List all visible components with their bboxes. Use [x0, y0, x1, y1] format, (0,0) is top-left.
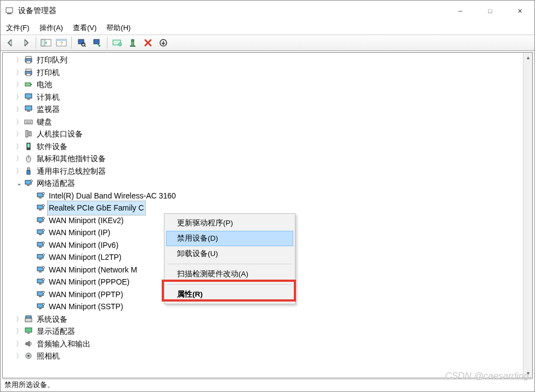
svg-rect-33: [27, 144, 30, 147]
svg-point-46: [42, 204, 44, 207]
app-icon: [5, 7, 14, 15]
expand-icon[interactable]: 〉: [15, 165, 24, 178]
tree-node-label: 软件设备: [36, 140, 69, 154]
menubar: 文件(F) 操作(A) 查看(V) 帮助(H): [1, 21, 534, 35]
context-menu-item[interactable]: 禁用设备(D): [166, 231, 293, 246]
network-icon: [36, 228, 45, 237]
expand-icon[interactable]: 〉: [15, 338, 24, 350]
svg-point-64: [42, 279, 44, 281]
expand-icon[interactable]: 〉: [15, 140, 24, 153]
uninstall-device-button[interactable]: [141, 36, 155, 49]
context-menu-item[interactable]: 属性(R): [166, 287, 293, 302]
tree-node[interactable]: 〉监视器: [3, 103, 523, 116]
tree-node[interactable]: 〉键盘: [3, 116, 523, 128]
context-menu-item[interactable]: 扫描检测硬件改动(A): [166, 266, 293, 282]
tree-node[interactable]: 〉软件设备: [3, 140, 523, 153]
nav-forward-button[interactable]: [19, 36, 33, 49]
tree-node-label: 人机接口设备: [36, 127, 84, 141]
menu-action[interactable]: 操作(A): [39, 23, 63, 33]
svg-rect-39: [27, 185, 30, 186]
tree-node[interactable]: 〉通用串行总线控制器: [3, 165, 523, 178]
close-button[interactable]: ✕: [505, 1, 534, 21]
audio-icon: [24, 339, 33, 349]
tree-node[interactable]: 〉鼠标和其他指针设备: [3, 152, 523, 165]
tree-node-label: Intel(R) Dual Band Wireless-AC 3160: [48, 189, 177, 203]
software-icon: [24, 141, 33, 151]
svg-rect-21: [25, 83, 31, 86]
vertical-scrollbar[interactable]: ▴ ▾: [523, 53, 532, 378]
nav-back-button[interactable]: [3, 36, 18, 49]
expand-icon[interactable]: 〉: [15, 152, 24, 165]
tree-node[interactable]: 〉打印机: [3, 66, 523, 79]
help-button[interactable]: ?: [54, 36, 69, 49]
maximize-button[interactable]: □: [475, 1, 505, 21]
minimize-button[interactable]: ─: [446, 1, 475, 21]
collapse-icon[interactable]: ⌄: [15, 177, 24, 190]
scroll-down-icon[interactable]: ▾: [524, 368, 532, 378]
update-driver-button[interactable]: [110, 36, 124, 49]
expand-icon[interactable]: 〉: [15, 66, 24, 79]
keyboard-icon: [24, 117, 33, 127]
context-menu[interactable]: 更新驱动程序(P)禁用设备(D)卸载设备(U)扫描检测硬件改动(A)属性(R): [164, 213, 295, 304]
expand-icon[interactable]: 〉: [15, 91, 24, 104]
tree-node[interactable]: 〉人机接口设备: [3, 128, 523, 140]
tree-node[interactable]: 〉照相机: [3, 350, 523, 362]
expand-icon[interactable]: 〉: [15, 54, 24, 66]
toolbar: ?: [1, 35, 534, 51]
svg-point-61: [42, 266, 44, 269]
svg-line-9: [84, 46, 86, 47]
properties-button[interactable]: [90, 36, 104, 49]
menu-file[interactable]: 文件(F): [6, 23, 30, 33]
expand-icon[interactable]: 〉: [15, 116, 24, 128]
statusbar: 禁用所选设备。: [2, 379, 533, 390]
tree-node-label: 计算机: [36, 90, 61, 104]
scan-hardware-button[interactable]: [75, 36, 89, 49]
disable-device-button[interactable]: [156, 36, 170, 49]
svg-rect-17: [26, 61, 31, 63]
tree-node[interactable]: 〉音频输入和输出: [3, 338, 523, 350]
context-menu-item[interactable]: 卸载设备(U): [166, 246, 293, 262]
tree-node[interactable]: 〉计算机: [3, 91, 523, 104]
menu-view[interactable]: 查看(V): [73, 23, 96, 33]
svg-point-55: [42, 242, 44, 244]
expand-icon[interactable]: 〉: [15, 78, 24, 91]
toolbar-sep: [36, 37, 36, 49]
tree-node[interactable]: 〉打印队列: [3, 54, 523, 66]
tree-node[interactable]: Realtek PCIe GbE Family C: [3, 202, 523, 214]
expand-icon[interactable]: 〉: [15, 350, 24, 362]
svg-rect-57: [39, 259, 42, 260]
tree-node-label: 鼠标和其他指针设备: [36, 152, 107, 166]
tree-node-label: 系统设备: [36, 313, 69, 326]
svg-rect-30: [26, 130, 28, 137]
tree-node[interactable]: 〉电池: [3, 78, 523, 91]
svg-rect-10: [94, 39, 99, 44]
network-icon: [36, 252, 45, 262]
expand-icon[interactable]: 〉: [15, 128, 24, 140]
context-menu-item[interactable]: 更新驱动程序(P): [166, 215, 293, 231]
svg-rect-25: [25, 106, 32, 110]
display-icon: [24, 326, 33, 336]
tree-node-label: WAN Miniport (L2TP): [48, 251, 123, 264]
svg-rect-37: [27, 171, 30, 174]
tree-node[interactable]: 〉显示适配器: [3, 325, 523, 338]
tree-node[interactable]: Intel(R) Dual Band Wireless-AC 3160: [3, 190, 523, 202]
svg-rect-74: [27, 333, 30, 334]
expand-icon[interactable]: 〉: [15, 313, 24, 326]
enable-device-button[interactable]: [126, 36, 140, 49]
svg-rect-31: [29, 132, 31, 136]
tree-node-label: WAN Miniport (IKEv2): [48, 214, 124, 228]
usb-icon: [24, 166, 33, 176]
svg-rect-23: [25, 94, 32, 98]
hid-icon: [24, 129, 33, 139]
menu-help[interactable]: 帮助(H): [106, 23, 130, 33]
tree-node[interactable]: ⌄网络适配器: [3, 177, 523, 190]
tree-node[interactable]: 〉系统设备: [3, 313, 523, 326]
show-hide-tree-button[interactable]: [39, 36, 53, 49]
expand-icon[interactable]: 〉: [15, 103, 24, 116]
svg-rect-15: [26, 56, 31, 59]
scroll-up-icon[interactable]: ▴: [524, 53, 532, 62]
network-icon: [36, 277, 45, 287]
tree-node-label: 打印机: [36, 66, 61, 79]
svg-point-76: [27, 355, 30, 357]
expand-icon[interactable]: 〉: [15, 325, 24, 338]
